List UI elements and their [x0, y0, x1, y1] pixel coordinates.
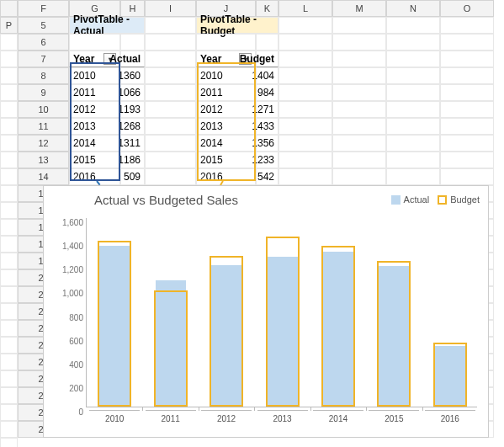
- year-a-2013[interactable]: 2013: [69, 118, 120, 135]
- header-budget[interactable]: Budget: [256, 51, 279, 67]
- year-b-2012[interactable]: 2012: [196, 101, 256, 118]
- title-actual[interactable]: PivotTable - Actual: [69, 17, 145, 34]
- year-b-2016[interactable]: 2016: [196, 168, 256, 185]
- year-a-2014[interactable]: 2014: [69, 135, 120, 152]
- year-a-2015[interactable]: 2015: [69, 152, 120, 168]
- ytick: 0: [53, 407, 83, 417]
- xtick-2015: 2015: [369, 410, 419, 423]
- bar-budget-2011: [154, 290, 188, 407]
- ytick: 200: [53, 383, 83, 392]
- row-head-6[interactable]: 6: [18, 34, 69, 51]
- bar-budget-2016: [433, 343, 467, 407]
- budget-2013[interactable]: 1433: [256, 118, 279, 135]
- ytick: 800: [53, 312, 83, 322]
- xtick-2012: 2012: [201, 410, 252, 423]
- row-head-7[interactable]: 7: [18, 51, 69, 67]
- chart-container[interactable]: Actual vs Budgeted Sales Actual Budget 0…: [43, 185, 489, 438]
- header-actual[interactable]: Actual: [120, 51, 145, 67]
- xtick-2016: 2016: [425, 410, 475, 423]
- bar-budget-2014: [321, 246, 355, 407]
- col-head-M[interactable]: M: [332, 0, 386, 17]
- row-head-10[interactable]: 10: [18, 101, 69, 118]
- actual-2012[interactable]: 1193: [120, 101, 145, 118]
- year-b-2015[interactable]: 2015: [196, 152, 256, 168]
- row-head-8[interactable]: 8: [18, 67, 69, 84]
- row-head-12[interactable]: 12: [18, 135, 69, 152]
- chart-title: Actual vs Budgeted Sales: [94, 193, 238, 207]
- legend-swatch-budget: [438, 195, 447, 205]
- col-head-O[interactable]: O: [440, 0, 494, 17]
- year-a-2011[interactable]: 2011: [69, 84, 120, 101]
- bar-budget-2013: [266, 237, 300, 407]
- actual-2011[interactable]: 1066: [120, 84, 145, 101]
- bar-budget-2010: [98, 241, 131, 407]
- budget-2010[interactable]: 1404: [256, 67, 279, 84]
- year-b-2010[interactable]: 2010: [196, 67, 256, 84]
- col-head-P[interactable]: P: [0, 17, 18, 34]
- xtick-2010: 2010: [89, 410, 140, 423]
- xtick-2013: 2013: [257, 410, 308, 423]
- title-budget[interactable]: PivotTable - Budget: [196, 17, 279, 34]
- year-a-2010[interactable]: 2010: [69, 67, 120, 84]
- actual-2014[interactable]: 1311: [120, 135, 145, 152]
- ytick: 1,200: [53, 265, 83, 274]
- row-head-11[interactable]: 11: [18, 118, 69, 135]
- chart-legend: Actual Budget: [391, 194, 480, 205]
- legend-label-actual: Actual: [404, 194, 430, 205]
- ytick: 1,600: [53, 218, 83, 227]
- ytick: 400: [53, 359, 83, 369]
- row-head-9[interactable]: 9: [18, 84, 69, 101]
- ytick: 1,400: [53, 242, 83, 251]
- year-b-2013[interactable]: 2013: [196, 118, 256, 135]
- legend-swatch-actual: [391, 195, 401, 205]
- budget-2012[interactable]: 1271: [256, 101, 279, 118]
- budget-2014[interactable]: 1356: [256, 135, 279, 152]
- year-b-2011[interactable]: 2011: [196, 84, 256, 101]
- col-head-L[interactable]: L: [279, 0, 332, 17]
- row-head-13[interactable]: 13: [18, 152, 69, 168]
- actual-2016[interactable]: 509: [120, 168, 145, 185]
- ytick: 600: [53, 336, 83, 345]
- budget-2015[interactable]: 1233: [256, 152, 279, 168]
- col-head-F[interactable]: F: [18, 0, 69, 17]
- bar-budget-2015: [377, 261, 411, 407]
- row-head-14[interactable]: 14: [18, 168, 69, 185]
- legend-label-budget: Budget: [450, 194, 480, 205]
- chart-plot: 02004006008001,0001,2001,4001,6002010201…: [86, 218, 477, 407]
- year-b-2014[interactable]: 2014: [196, 135, 256, 152]
- ytick: 1,000: [53, 289, 83, 298]
- actual-2010[interactable]: 1360: [120, 67, 145, 84]
- xtick-2014: 2014: [313, 410, 363, 423]
- actual-2015[interactable]: 1186: [120, 152, 145, 168]
- year-a-2012[interactable]: 2012: [69, 101, 120, 118]
- bar-budget-2012: [210, 256, 243, 407]
- row-head-5[interactable]: 5: [18, 17, 69, 34]
- year-a-2016[interactable]: 2016: [69, 168, 120, 185]
- actual-2013[interactable]: 1268: [120, 118, 145, 135]
- col-head-I[interactable]: I: [145, 0, 196, 17]
- col-head-N[interactable]: N: [386, 0, 440, 17]
- budget-2011[interactable]: 984: [256, 84, 279, 101]
- xtick-2011: 2011: [146, 410, 196, 423]
- budget-2016[interactable]: 542: [256, 168, 279, 185]
